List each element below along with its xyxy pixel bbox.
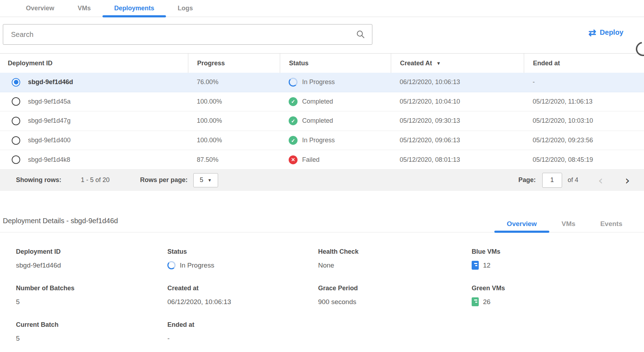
field-created-at: Created at 06/12/2020, 10:06:13 xyxy=(167,285,318,307)
deployment-id: sbgd-9ef1d46d xyxy=(28,78,73,86)
search-input[interactable] xyxy=(11,31,356,39)
details-header: Deployment Details - sbgd-9ef1d46d Overv… xyxy=(0,191,644,232)
chevron-down-icon: ▼ xyxy=(207,178,212,183)
row-radio[interactable] xyxy=(12,117,20,125)
row-radio[interactable] xyxy=(12,97,20,106)
deploy-button-label: Deploy xyxy=(600,28,623,37)
page-label: Page: xyxy=(518,176,536,184)
row-radio[interactable] xyxy=(12,155,20,164)
vm-blue-icon xyxy=(472,261,479,270)
field-green-vms: Green VMs 26 xyxy=(472,285,644,307)
search-icon xyxy=(356,29,366,39)
status-text: Failed xyxy=(302,156,320,164)
created-at-value: 06/12/2020, 10:06:13 xyxy=(400,78,460,86)
table-row[interactable]: sbgd-9ef1d400 100.00% In Progress 05/12/… xyxy=(0,131,644,150)
toolbar: ⇄ Deploy xyxy=(0,17,644,53)
page-total: of 4 xyxy=(568,176,578,184)
created-at-value: 05/12/2020, 08:01:13 xyxy=(400,156,460,164)
sort-descending-icon[interactable]: ▼ xyxy=(436,61,441,66)
status-text: In Progress xyxy=(302,78,335,86)
showing-rows-value: 1 - 5 of 20 xyxy=(81,176,110,184)
top-tab-bar: Overview VMs Deployments Logs xyxy=(0,0,644,17)
table-row[interactable]: sbgd-9ef1d47g 100.00% Completed 05/12/20… xyxy=(0,111,644,131)
progress-value: 100.00% xyxy=(197,117,222,125)
status-text: In Progress xyxy=(302,137,335,144)
deployment-id: sbgd-9ef1d4k8 xyxy=(28,156,70,164)
status-spinner-icon xyxy=(289,78,298,87)
status-text: Completed xyxy=(302,98,333,105)
created-at-value: 05/12/2020, 10:04:10 xyxy=(400,98,460,105)
tab-vms-label: VMs xyxy=(78,5,91,12)
details-tab-bar: Overview VMs Events xyxy=(494,216,635,232)
rows-per-page-select[interactable]: 5 ▼ xyxy=(193,173,218,187)
showing-rows-label: Showing rows: xyxy=(16,176,61,184)
details-tab-overview[interactable]: Overview xyxy=(494,216,549,232)
table-row[interactable]: sbgd-9ef1d4k8 87.50% Failed 05/12/2020, … xyxy=(0,150,644,170)
tab-logs-label: Logs xyxy=(178,5,193,12)
vm-green-icon xyxy=(472,297,479,306)
progress-value: 100.00% xyxy=(197,98,222,105)
ended-at-value: 05/12/2020, 09:23:56 xyxy=(533,137,593,144)
progress-value: 87.50% xyxy=(197,156,218,164)
ended-at-value: 05/12/2020, 10:03:10 xyxy=(533,117,593,125)
column-header-created-at[interactable]: Created At ▼ xyxy=(391,54,524,73)
pagination-bar: Showing rows: 1 - 5 of 20 Rows per page:… xyxy=(0,170,644,191)
field-status: Status In Progress xyxy=(167,248,318,270)
deploy-button[interactable]: ⇄ Deploy xyxy=(589,28,623,37)
details-title: Deployment Details - sbgd-9ef1d46d xyxy=(3,217,118,225)
ended-at-value: 05/12/2020, 08:45:19 xyxy=(533,156,593,164)
tab-overview-label: Overview xyxy=(26,5,54,12)
progress-value: 76.00% xyxy=(197,78,218,86)
details-tab-events[interactable]: Events xyxy=(588,216,635,232)
field-current-batch: Current Batch 5 xyxy=(16,321,167,343)
details-grid: Deployment ID sbgd-9ef1d46d Status In Pr… xyxy=(0,232,644,343)
status-success-icon xyxy=(289,136,298,145)
ended-at-value: - xyxy=(533,78,535,86)
column-header-deployment-id[interactable]: Deployment ID xyxy=(0,54,188,73)
tab-deployments-label: Deployments xyxy=(114,5,154,12)
status-success-icon xyxy=(289,116,298,125)
field-grace-period: Grace Period 900 seconds xyxy=(318,285,472,307)
deployment-id: sbgd-9ef1d45a xyxy=(28,98,71,105)
field-health-check: Health Check None xyxy=(318,248,472,270)
search-box[interactable] xyxy=(3,24,372,45)
table-row[interactable]: sbgd-9ef1d46d 76.00% In Progress 06/12/2… xyxy=(0,73,644,92)
status-failed-icon xyxy=(289,155,298,164)
table-header: Deployment ID Progress Status Created At… xyxy=(0,53,644,73)
swap-arrows-icon: ⇄ xyxy=(589,29,596,36)
table-row[interactable]: sbgd-9ef1d45a 100.00% Completed 05/12/20… xyxy=(0,92,644,112)
created-at-value: 05/12/2020, 09:06:13 xyxy=(400,137,460,144)
tab-vms[interactable]: VMs xyxy=(66,0,102,17)
deployment-id: sbgd-9ef1d400 xyxy=(28,137,71,144)
details-tab-vms[interactable]: VMs xyxy=(549,216,588,232)
tab-overview[interactable]: Overview xyxy=(14,0,66,17)
page-number-input[interactable] xyxy=(542,173,562,188)
rows-per-page-value: 5 xyxy=(200,176,203,184)
row-radio[interactable] xyxy=(12,136,20,145)
field-ended-at: Ended at - xyxy=(167,321,318,343)
tab-deployments[interactable]: Deployments xyxy=(102,0,166,17)
column-header-status[interactable]: Status xyxy=(280,54,391,73)
field-deployment-id: Deployment ID sbgd-9ef1d46d xyxy=(16,248,167,270)
field-blue-vms: Blue VMs 12 xyxy=(472,248,644,270)
next-page-button[interactable]: › xyxy=(625,175,630,186)
tab-logs[interactable]: Logs xyxy=(166,0,205,17)
row-radio[interactable] xyxy=(12,78,20,87)
status-text: Completed xyxy=(302,117,333,125)
created-at-value: 05/12/2020, 09:30:13 xyxy=(400,117,460,125)
field-number-of-batches: Number of Batches 5 xyxy=(16,285,167,307)
previous-page-button[interactable]: ‹ xyxy=(598,175,603,186)
progress-value: 100.00% xyxy=(197,137,222,144)
column-header-progress[interactable]: Progress xyxy=(188,54,280,73)
ended-at-value: 05/12/2020, 11:06:13 xyxy=(533,98,593,105)
column-header-ended-at[interactable]: Ended at xyxy=(524,54,644,73)
status-success-icon xyxy=(289,97,298,106)
spinner-icon xyxy=(167,261,176,269)
rows-per-page-label: Rows per page: xyxy=(140,176,188,184)
deployment-id: sbgd-9ef1d47g xyxy=(28,117,71,125)
